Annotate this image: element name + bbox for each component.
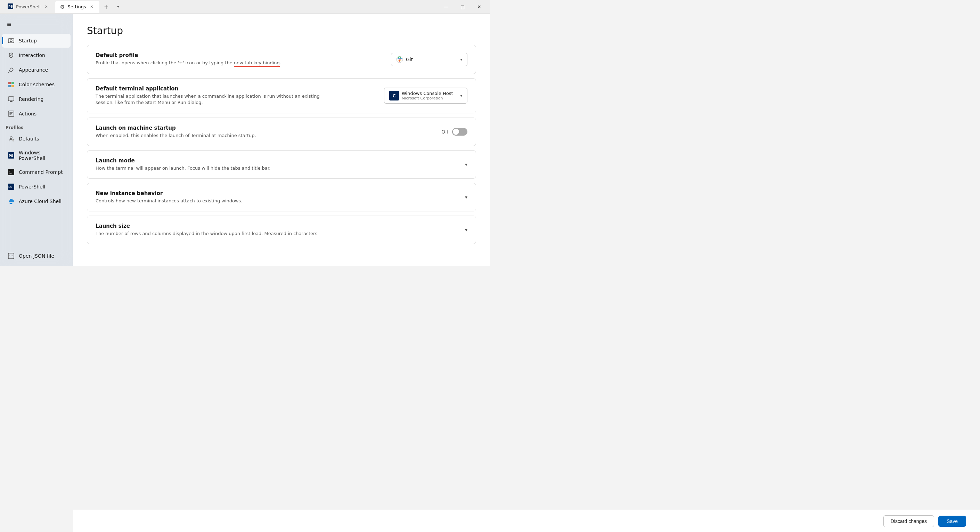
sidebar-item-windows-powershell-label: Windows PowerShell [19, 150, 65, 161]
default-terminal-row: Default terminal application The termina… [87, 79, 476, 113]
toggle-off-label: Off [441, 129, 449, 135]
open-json-icon [8, 252, 14, 260]
default-terminal-value-group: Windows Console Host Microsoft Corporati… [402, 91, 453, 100]
default-terminal-title: Default terminal application [95, 86, 375, 92]
powershell-tab-icon: PS [8, 3, 13, 10]
minimize-button[interactable]: — [438, 2, 454, 13]
default-terminal-info: Default terminal application The termina… [95, 86, 375, 106]
svg-point-4 [12, 68, 13, 70]
sidebar-item-interaction-label: Interaction [19, 53, 45, 58]
command-prompt-icon: C: [8, 169, 14, 175]
launch-startup-toggle[interactable] [452, 128, 468, 135]
tab-powershell[interactable]: PS PowerShell ✕ [3, 1, 54, 13]
default-profile-card: Default profile Profile that opens when … [87, 45, 476, 74]
sidebar-item-rendering-label: Rendering [19, 96, 44, 102]
sidebar-item-command-prompt[interactable]: C: Command Prompt [2, 165, 70, 179]
sidebar-item-color-schemes-label: Color schemes [19, 82, 54, 87]
tab-powershell-close[interactable]: ✕ [43, 4, 49, 10]
sidebar-item-startup[interactable]: Startup [2, 34, 70, 48]
settings-tab-icon: ⚙ [60, 4, 65, 10]
tab-settings[interactable]: ⚙ Settings ✕ [55, 1, 99, 13]
launch-startup-control[interactable]: Off [441, 128, 468, 135]
new-instance-card: New instance behavior Controls how new t… [87, 183, 476, 212]
sidebar-item-defaults[interactable]: Defaults [2, 132, 70, 146]
launch-mode-row: Launch mode How the terminal will appear… [87, 151, 476, 178]
tab-settings-close[interactable]: ✕ [89, 4, 94, 10]
svg-rect-9 [8, 97, 14, 101]
sidebar-item-powershell[interactable]: PS PowerShell [2, 180, 70, 194]
close-button[interactable]: ✕ [471, 2, 487, 13]
launch-size-row: Launch size The number of rows and colum… [87, 216, 476, 244]
sidebar-item-actions[interactable]: Actions [2, 107, 70, 121]
sidebar-item-command-prompt-label: Command Prompt [19, 169, 63, 175]
defaults-icon [8, 135, 14, 142]
sidebar-item-appearance-label: Appearance [19, 67, 48, 73]
dropdown-arrow-icon: ▾ [460, 57, 462, 62]
terminal-dropdown-arrow-icon: ▾ [460, 94, 462, 98]
default-terminal-value: Windows Console Host [402, 91, 453, 96]
profiles-section-label: Profiles [0, 121, 73, 131]
console-host-icon: C [389, 91, 399, 100]
default-terminal-control[interactable]: C Windows Console Host Microsoft Corpora… [384, 88, 468, 104]
sidebar-item-actions-label: Actions [19, 111, 37, 116]
hamburger-icon: ≡ [6, 21, 11, 28]
tab-powershell-label: PowerShell [16, 4, 41, 10]
sidebar-item-color-schemes[interactable]: Color schemes [2, 78, 70, 91]
app-body: ≡ Startup Interaction [0, 14, 490, 266]
svg-rect-6 [11, 82, 14, 84]
launch-size-desc: The number of rows and columns displayed… [95, 231, 332, 237]
launch-startup-title: Launch on machine startup [95, 125, 433, 131]
launch-size-card: Launch size The number of rows and colum… [87, 216, 476, 244]
sidebar-item-windows-powershell[interactable]: PS Windows PowerShell [2, 147, 70, 164]
new-instance-control[interactable]: ▾ [465, 194, 468, 200]
sidebar-item-appearance[interactable]: Appearance [2, 63, 70, 77]
sidebar-item-open-json-label: Open JSON file [19, 253, 54, 259]
default-profile-control[interactable]: Git ▾ [391, 53, 468, 66]
sidebar-menu-button[interactable]: ≡ [3, 18, 15, 30]
color-schemes-icon [8, 81, 14, 88]
svg-rect-7 [8, 85, 11, 87]
default-terminal-value-sub: Microsoft Corporation [402, 96, 453, 100]
launch-startup-info: Launch on machine startup When enabled, … [95, 125, 433, 139]
svg-text:PS: PS [9, 154, 13, 158]
default-profile-desc: Profile that opens when clicking the '+'… [95, 60, 332, 67]
sidebar-item-powershell-label: PowerShell [19, 184, 45, 190]
new-instance-expand-icon[interactable]: ▾ [465, 194, 468, 200]
default-terminal-desc: The terminal application that launches w… [95, 93, 332, 106]
launch-mode-card: Launch mode How the terminal will appear… [87, 150, 476, 179]
sidebar-item-azure-cloud-shell-label: Azure Cloud Shell [19, 199, 62, 204]
launch-size-info: Launch size The number of rows and colum… [95, 223, 457, 237]
rendering-icon [8, 96, 14, 103]
launch-size-control[interactable]: ▾ [465, 227, 468, 233]
svg-point-28 [396, 56, 403, 62]
launch-mode-desc: How the terminal will appear on launch. … [95, 165, 332, 171]
sidebar-item-interaction[interactable]: Interaction [2, 48, 70, 62]
launch-size-expand-icon[interactable]: ▾ [465, 227, 468, 233]
sidebar-item-azure-cloud-shell[interactable]: Azure Cloud Shell [2, 194, 70, 208]
windows-powershell-icon: PS [8, 152, 14, 159]
default-profile-title: Default profile [95, 52, 383, 59]
git-icon [396, 56, 403, 63]
tab-dropdown-button[interactable]: ▾ [113, 2, 123, 12]
tab-settings-label: Settings [67, 4, 86, 10]
svg-point-26 [11, 256, 11, 256]
svg-rect-8 [11, 85, 14, 87]
launch-size-title: Launch size [95, 223, 457, 229]
azure-cloud-shell-icon [8, 198, 14, 205]
svg-point-27 [12, 256, 13, 256]
powershell-profile-icon: PS [8, 183, 14, 190]
default-terminal-dropdown[interactable]: C Windows Console Host Microsoft Corpora… [384, 88, 468, 104]
page-title: Startup [87, 25, 476, 37]
launch-mode-expand-icon[interactable]: ▾ [465, 162, 468, 167]
new-instance-info: New instance behavior Controls how new t… [95, 190, 457, 204]
default-profile-info: Default profile Profile that opens when … [95, 52, 383, 67]
sidebar-item-open-json[interactable]: Open JSON file [2, 249, 70, 263]
svg-rect-5 [8, 82, 11, 84]
default-profile-dropdown[interactable]: Git ▾ [391, 53, 468, 66]
maximize-button[interactable]: □ [455, 2, 471, 13]
default-terminal-card: Default terminal application The termina… [87, 78, 476, 113]
launch-mode-control[interactable]: ▾ [465, 162, 468, 167]
sidebar-item-rendering[interactable]: Rendering [2, 92, 70, 106]
new-tab-button[interactable]: + [101, 2, 112, 13]
new-instance-row: New instance behavior Controls how new t… [87, 183, 476, 211]
